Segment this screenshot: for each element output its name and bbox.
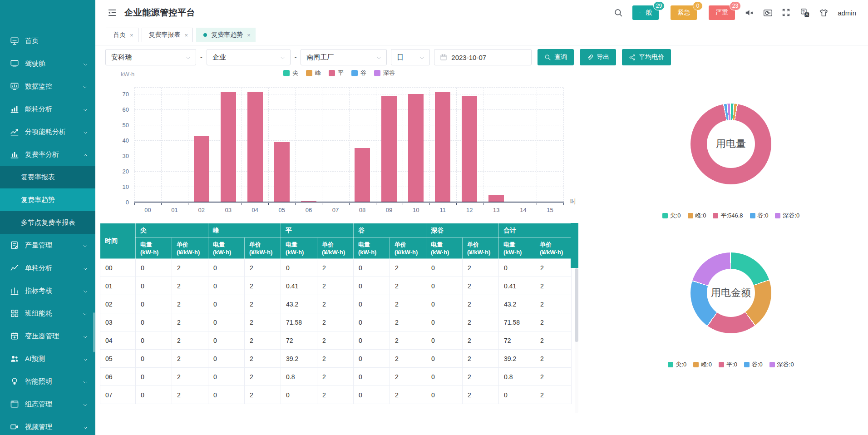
x-tick-label: 05 xyxy=(279,207,285,213)
sidebar-item-AI预测[interactable]: AI预测 xyxy=(0,347,95,370)
导出-button[interactable]: 导出 xyxy=(580,49,616,65)
screen-record-icon[interactable] xyxy=(763,8,772,17)
legend-label: 深谷:0 xyxy=(783,212,799,220)
table-cell: 0 xyxy=(354,277,390,295)
bar-hour-12[interactable] xyxy=(462,96,477,203)
sidebar-scrollbar[interactable] xyxy=(93,312,95,352)
theme-icon[interactable] xyxy=(819,8,828,17)
bar-hour-10[interactable] xyxy=(408,94,424,203)
legend-item-谷[interactable]: 谷:0 xyxy=(750,212,769,220)
col-group-峰: 峰 xyxy=(208,223,281,238)
legend-item-深谷[interactable]: 深谷:0 xyxy=(769,361,794,369)
alarm-badge-紧急[interactable]: 紧急0 xyxy=(671,5,697,20)
table-cell: 39.2 xyxy=(281,350,317,368)
filter-select-1[interactable]: 安科瑞 xyxy=(105,49,196,65)
table-cell: 0 xyxy=(426,350,463,368)
legend-swatch xyxy=(688,213,693,218)
bar-hour-08[interactable] xyxy=(355,148,370,203)
tab-复费率报表[interactable]: 复费率报表× xyxy=(142,28,193,42)
bar-hour-05[interactable] xyxy=(274,142,290,203)
legend-item-尖[interactable]: 尖:0 xyxy=(662,212,681,220)
bar-hour-09[interactable] xyxy=(381,96,397,203)
sidebar-item-复费率分析[interactable]: 复费率分析 xyxy=(0,143,95,166)
bar-hour-11[interactable] xyxy=(435,92,450,203)
table-cell: 04 xyxy=(100,331,136,350)
bar-hour-04[interactable] xyxy=(247,92,263,203)
sidebar-subitem-多节点复费率报表[interactable]: 多节点复费率报表 xyxy=(0,211,95,234)
sidebar-item-驾驶舱[interactable]: 驾驶舱 xyxy=(0,52,95,75)
close-tab-icon[interactable]: × xyxy=(130,32,133,38)
bar-hour-02[interactable] xyxy=(194,136,209,203)
export-icon xyxy=(587,54,593,61)
filter-select-4[interactable]: 日 xyxy=(391,49,430,65)
legend-item-平[interactable]: 平:0 xyxy=(719,361,737,369)
search-icon[interactable] xyxy=(614,8,623,17)
col-group-合计: 合计 xyxy=(499,223,572,238)
table-scrollbar-thumb[interactable] xyxy=(575,268,578,342)
sidebar-item-能耗分析[interactable]: 能耗分析 xyxy=(0,98,95,120)
table-cell: 0 xyxy=(426,295,463,313)
sidebar-item-数据监控[interactable]: 数据监控 xyxy=(0,75,95,98)
date-picker[interactable]: 2023-10-07 xyxy=(434,49,532,65)
sidebar-item-班组能耗[interactable]: 班组能耗 xyxy=(0,302,95,325)
alarm-badge-一般[interactable]: 一般29 xyxy=(632,5,659,20)
legend-item-平[interactable]: 平:546.8 xyxy=(713,212,743,220)
axis-tick xyxy=(268,203,269,205)
content: 安科瑞-企业-南闸工厂日2023-10-07查询导出平均电价 kW·h尖峰平谷深… xyxy=(95,45,868,435)
legend-swatch xyxy=(374,70,380,76)
bar-hour-03[interactable] xyxy=(221,92,236,203)
table-cell: 0 xyxy=(426,368,463,386)
legend-item-平[interactable]: 平 xyxy=(329,69,344,77)
legend-item-深谷[interactable]: 深谷:0 xyxy=(775,212,799,220)
table-cell: 0 xyxy=(354,386,390,404)
sidebar-item-分项能耗分析[interactable]: 分项能耗分析 xyxy=(0,120,95,143)
legend-swatch xyxy=(713,213,718,218)
collapse-menu-icon[interactable] xyxy=(107,8,117,18)
gridline xyxy=(242,88,242,203)
legend-item-尖[interactable]: 尖:0 xyxy=(668,361,686,369)
legend-item-尖[interactable]: 尖 xyxy=(283,69,298,77)
sidebar-item-指标考核[interactable]: 指标考核 xyxy=(0,279,95,302)
tab-复费率趋势[interactable]: 复费率趋势× xyxy=(196,28,256,42)
filter-select-2[interactable]: 企业 xyxy=(207,49,291,65)
select-value: 南闸工厂 xyxy=(306,53,334,62)
x-tick-label: 13 xyxy=(493,207,499,213)
tab-首页[interactable]: 首页× xyxy=(106,28,138,42)
table-scrollbar[interactable] xyxy=(575,268,578,413)
sidebar-item-组态管理[interactable]: 组态管理 xyxy=(0,393,95,415)
donut-chart-用电金额[interactable]: 用电金额 xyxy=(690,252,771,333)
gridline xyxy=(563,88,564,203)
sidebar-subitem-复费率报表[interactable]: 复费率报表 xyxy=(0,166,95,188)
legend-item-谷[interactable]: 谷 xyxy=(351,69,366,77)
close-tab-icon[interactable]: × xyxy=(185,32,188,38)
legend-item-深谷[interactable]: 深谷 xyxy=(374,69,395,77)
translate-icon[interactable]: 中 A xyxy=(800,8,809,17)
badge-label: 严重 xyxy=(715,9,728,16)
查询-button[interactable]: 查询 xyxy=(538,49,574,65)
sidebar-item-单耗分析[interactable]: 单耗分析 xyxy=(0,257,95,279)
sub-header: 单价(¥/kW·h) xyxy=(390,238,426,259)
sidebar-nav: 首页驾驶舱数据监控能耗分析分项能耗分析复费率分析复费率报表复费率趋势多节点复费率… xyxy=(0,0,95,435)
filter-select-3[interactable]: 南闸工厂 xyxy=(301,49,387,65)
table-cell: 2 xyxy=(390,331,426,350)
sidebar-item-变压器管理[interactable]: 变压器管理 xyxy=(0,325,95,347)
fullscreen-icon[interactable] xyxy=(782,8,791,17)
sidebar-item-产量管理[interactable]: 产量管理 xyxy=(0,234,95,257)
username[interactable]: admin xyxy=(838,9,856,17)
donut-chart-用电量[interactable]: 用电量 xyxy=(690,104,771,184)
sidebar-subitem-复费率趋势[interactable]: 复费率趋势 xyxy=(0,188,95,211)
sidebar-item-智能照明[interactable]: 智能照明 xyxy=(0,370,95,393)
tariff-table: 时间尖峰平谷深谷合计电量(kW·h)单价(¥/kW·h)电量(kW·h)单价(¥… xyxy=(100,223,581,404)
legend-item-峰[interactable]: 峰 xyxy=(306,69,321,77)
gridline xyxy=(188,88,188,203)
close-tab-icon[interactable]: × xyxy=(247,32,251,38)
mute-icon[interactable] xyxy=(745,8,754,17)
alarm-badge-严重[interactable]: 严重23 xyxy=(709,5,735,20)
sidebar-item-首页[interactable]: 首页 xyxy=(0,30,95,52)
table-cell: 2 xyxy=(245,350,281,368)
legend-item-峰[interactable]: 峰:0 xyxy=(688,212,706,220)
table-cell: 06 xyxy=(100,368,136,386)
legend-item-峰[interactable]: 峰:0 xyxy=(693,361,712,369)
legend-item-谷[interactable]: 谷:0 xyxy=(744,361,763,369)
sidebar-item-视频管理[interactable]: 视频管理 xyxy=(0,415,95,435)
